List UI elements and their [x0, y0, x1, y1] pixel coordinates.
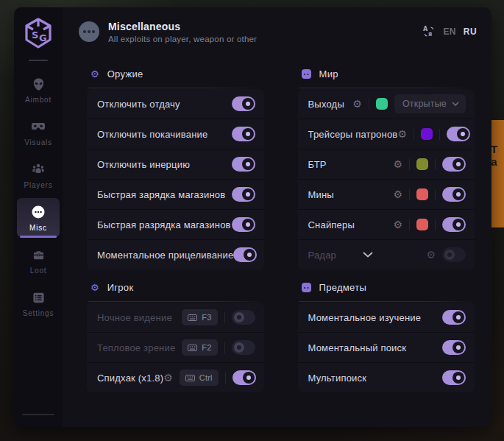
hotkey-label: Ctrl: [199, 373, 213, 382]
weapon-rows: Отключить отдачу Отключить покачивание О…: [87, 89, 264, 269]
sidebar: S G Aimbot Visuals Players: [14, 7, 63, 427]
gear-icon[interactable]: ⚙: [352, 99, 362, 109]
svg-text:G: G: [39, 32, 47, 43]
toggle-switch[interactable]: [232, 187, 255, 202]
gear-icon[interactable]: ⚙: [393, 159, 402, 169]
toggle-switch[interactable]: [442, 340, 466, 355]
separator: [439, 129, 440, 140]
page-header: Miscellaneous All exploits on player, we…: [63, 7, 491, 56]
feature-label: Быстрая зарядка магазинов: [97, 189, 225, 200]
feature-row: Быстрая разрядка магазинов: [87, 210, 264, 240]
separator: [224, 342, 225, 353]
sidebar-item-loot[interactable]: Loot: [17, 241, 60, 280]
content-area: ⚙ Оружие Отключить отдачу Отключить пока…: [63, 56, 491, 427]
section-header-items: Предметы: [298, 269, 475, 301]
items-rows: Моментальное изучение Моментальный поиск…: [298, 303, 475, 392]
feature-label: Отключить покачивание: [97, 129, 207, 140]
separator: [409, 189, 410, 200]
feature-row: Моментальный поиск: [298, 333, 475, 363]
exits-dropdown[interactable]: Открытые: [394, 94, 466, 113]
gear-icon[interactable]: ⚙: [397, 129, 407, 139]
keyboard-icon: [188, 314, 197, 321]
toggle-switch[interactable]: [447, 127, 470, 141]
lang-en[interactable]: EN: [443, 27, 455, 37]
feature-label: Моментальное прицеливание: [97, 250, 233, 261]
sidebar-item-visuals[interactable]: Visuals: [17, 113, 60, 152]
sidebar-item-settings[interactable]: Settings: [17, 283, 60, 322]
toggle-switch[interactable]: [233, 247, 257, 262]
separator: [414, 129, 414, 140]
toggle-switch[interactable]: [442, 187, 466, 202]
separator: [409, 159, 410, 170]
sidebar-item-misc[interactable]: Misc: [17, 198, 60, 237]
toggle-switch[interactable]: [442, 247, 466, 262]
toggle-switch[interactable]: [442, 157, 466, 172]
separator: [435, 189, 436, 200]
page-title: Miscellaneous: [108, 21, 257, 32]
section-header-weapon: ⚙ Оружие: [87, 56, 264, 88]
color-swatch[interactable]: [416, 188, 428, 200]
gear-icon[interactable]: ⚙: [163, 373, 173, 383]
alien-icon: [32, 77, 46, 91]
toggle-switch[interactable]: [442, 310, 466, 325]
sidebar-item-label: Players: [24, 181, 53, 189]
sidebar-item-aimbot[interactable]: Aimbot: [17, 70, 60, 109]
sidebar-item-label: Loot: [30, 267, 47, 275]
feature-row: Выходы ⚙ Открытые: [298, 89, 475, 119]
color-swatch[interactable]: [416, 219, 428, 230]
hotkey-badge[interactable]: F2: [182, 339, 217, 356]
misc-page-icon: [79, 21, 99, 42]
lang-ru[interactable]: RU: [464, 27, 477, 37]
section-header-player: ⚙ Игрок: [87, 269, 264, 301]
sidebar-item-players[interactable]: Players: [17, 155, 60, 194]
sidebar-item-label: Misc: [29, 224, 47, 232]
toggle-switch[interactable]: [233, 370, 256, 385]
section-divider: [299, 301, 475, 302]
separator: [224, 312, 225, 323]
section-header-world: Мир: [298, 56, 475, 88]
toggle-switch[interactable]: [442, 217, 466, 232]
feature-row: Тепловое зрение F2: [87, 333, 264, 363]
toggle-switch[interactable]: [232, 127, 255, 141]
separator: [435, 219, 436, 230]
expand-chevron-icon[interactable]: [363, 252, 373, 258]
section-title: Мир: [319, 68, 338, 80]
feature-label: Снайперы: [308, 219, 355, 230]
players-group-icon: [31, 162, 46, 177]
svg-text:я: я: [428, 30, 432, 38]
feature-row: Отключить отдачу: [87, 89, 264, 119]
color-swatch[interactable]: [376, 98, 388, 110]
sidebar-item-label: Settings: [23, 309, 54, 317]
toggle-switch[interactable]: [232, 340, 255, 355]
feature-row: Трейсеры патронов ⚙: [298, 119, 475, 149]
hotkey-badge[interactable]: F3: [182, 309, 217, 325]
right-column: Мир Выходы ⚙ Открытые: [298, 56, 475, 427]
color-swatch[interactable]: [421, 128, 433, 140]
toggle-switch[interactable]: [232, 157, 255, 172]
hotkey-badge[interactable]: Ctrl: [180, 370, 219, 386]
feature-row: Снайперы ⚙: [298, 210, 475, 240]
svg-text:S: S: [32, 29, 38, 40]
keyboard-icon: [185, 375, 195, 381]
gear-icon: ⚙: [90, 283, 99, 292]
gear-icon[interactable]: ⚙: [393, 189, 402, 200]
feature-label: Выходы: [308, 99, 344, 110]
toggle-switch[interactable]: [232, 310, 255, 325]
language-switcher: A я EN RU: [422, 25, 477, 38]
section-chip-icon: [302, 69, 311, 79]
app-window: S G Aimbot Visuals Players: [14, 7, 491, 427]
feature-label: Быстрая разрядка магазинов: [97, 219, 231, 230]
feature-label: Мины: [308, 189, 334, 200]
toggle-switch[interactable]: [232, 96, 255, 111]
feature-label: Мультипоиск: [308, 373, 367, 384]
toggle-switch[interactable]: [232, 217, 255, 232]
briefcase-icon: [32, 247, 46, 262]
toggle-switch[interactable]: [442, 370, 466, 385]
feature-row: Спидхак (x1.8) ⚙ Ctrl: [87, 363, 264, 392]
gear-icon: ⚙: [90, 69, 99, 79]
gear-icon[interactable]: ⚙: [426, 250, 436, 260]
feature-label: Ночное видение: [97, 312, 172, 323]
separator: [435, 159, 436, 170]
gear-icon[interactable]: ⚙: [393, 219, 402, 230]
color-swatch[interactable]: [416, 158, 428, 170]
